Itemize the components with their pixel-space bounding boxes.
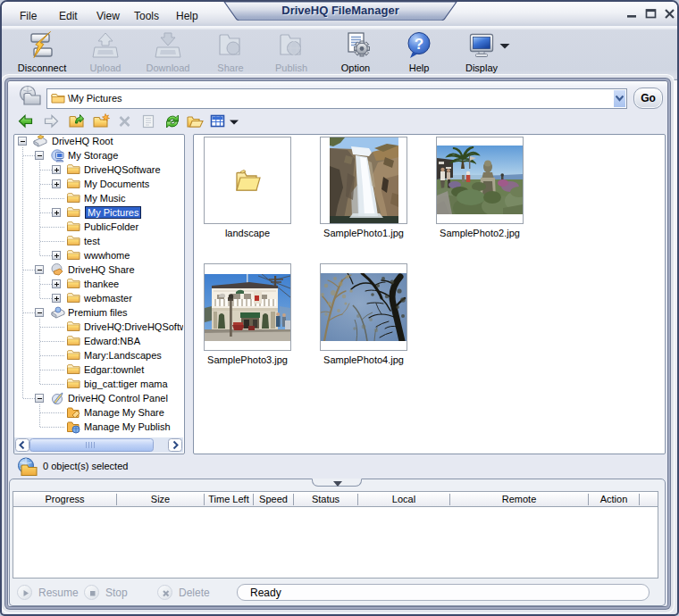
svg-text:?: ? bbox=[415, 36, 423, 53]
svg-text:Edward:NBA: Edward:NBA bbox=[84, 336, 141, 346]
svg-text:test: test bbox=[84, 236, 100, 246]
svg-text:DriveHQSoftware: DriveHQSoftware bbox=[84, 164, 161, 175]
svg-text:My Documents: My Documents bbox=[84, 179, 150, 189]
svg-text:DriveHQ:DriveHQSoftwa: DriveHQ:DriveHQSoftwa bbox=[84, 321, 183, 332]
svg-text:big_cat:tiger mama: big_cat:tiger mama bbox=[84, 379, 168, 389]
svg-text:thankee: thankee bbox=[84, 279, 119, 289]
svg-text:DriveHQ Control Panel: DriveHQ Control Panel bbox=[68, 393, 168, 404]
svg-text:Manage My Share: Manage My Share bbox=[84, 407, 164, 418]
svg-text:webmaster: webmaster bbox=[83, 293, 132, 304]
svg-text:PublicFolder: PublicFolder bbox=[84, 221, 138, 232]
svg-text:DriveHQ Root: DriveHQ Root bbox=[52, 136, 113, 146]
svg-text:Mary:Landscapes: Mary:Landscapes bbox=[84, 350, 162, 361]
svg-text:Manage My Publish: Manage My Publish bbox=[84, 421, 171, 432]
svg-text:Edgar:townlet: Edgar:townlet bbox=[84, 364, 144, 375]
svg-text:Premium files: Premium files bbox=[68, 307, 128, 318]
svg-text:My Storage: My Storage bbox=[68, 150, 118, 161]
svg-text:My Music: My Music bbox=[84, 193, 126, 204]
svg-text:DriveHQ Share: DriveHQ Share bbox=[68, 264, 135, 275]
svg-text:My Pictures: My Pictures bbox=[88, 207, 139, 218]
svg-text:wwwhome: wwwhome bbox=[83, 250, 130, 261]
